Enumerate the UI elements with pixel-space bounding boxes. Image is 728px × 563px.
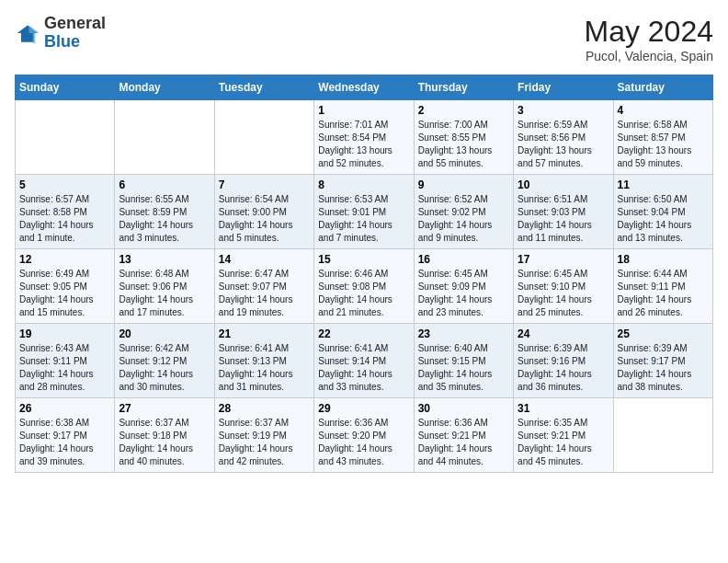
month-year-title: May 2024 xyxy=(584,15,713,49)
calendar-cell: 28Sunrise: 6:37 AMSunset: 9:19 PMDayligh… xyxy=(214,398,313,473)
week-row-5: 26Sunrise: 6:38 AMSunset: 9:17 PMDayligh… xyxy=(16,398,713,473)
day-info: Sunrise: 6:47 AMSunset: 9:07 PMDaylight:… xyxy=(219,268,310,319)
day-info: Sunrise: 6:39 AMSunset: 9:17 PMDaylight:… xyxy=(618,342,709,394)
day-number: 30 xyxy=(418,402,509,415)
day-info: Sunrise: 7:01 AMSunset: 8:54 PMDaylight:… xyxy=(318,119,409,170)
day-number: 22 xyxy=(318,327,409,340)
day-info: Sunrise: 6:55 AMSunset: 8:59 PMDaylight:… xyxy=(119,193,210,245)
day-info: Sunrise: 6:58 AMSunset: 8:57 PMDaylight:… xyxy=(618,119,709,170)
day-number: 7 xyxy=(219,178,310,191)
day-number: 13 xyxy=(119,253,210,266)
day-info: Sunrise: 6:36 AMSunset: 9:21 PMDaylight:… xyxy=(418,417,509,468)
calendar-cell: 10Sunrise: 6:51 AMSunset: 9:03 PMDayligh… xyxy=(514,175,613,249)
calendar-cell: 15Sunrise: 6:46 AMSunset: 9:08 PMDayligh… xyxy=(314,249,414,324)
page-header: General Blue May 2024 Pucol, Valencia, S… xyxy=(15,15,713,63)
week-row-4: 19Sunrise: 6:43 AMSunset: 9:11 PMDayligh… xyxy=(16,324,713,398)
weekday-header-thursday: Thursday xyxy=(414,75,513,100)
calendar-cell xyxy=(115,100,214,175)
weekday-header-wednesday: Wednesday xyxy=(314,75,414,100)
day-info: Sunrise: 6:39 AMSunset: 9:16 PMDaylight:… xyxy=(518,342,609,394)
day-number: 21 xyxy=(219,327,310,340)
day-info: Sunrise: 6:41 AMSunset: 9:14 PMDaylight:… xyxy=(318,342,409,394)
calendar-cell: 27Sunrise: 6:37 AMSunset: 9:18 PMDayligh… xyxy=(115,398,214,473)
day-number: 23 xyxy=(418,327,509,340)
day-info: Sunrise: 6:48 AMSunset: 9:06 PMDaylight:… xyxy=(119,268,210,319)
logo-blue-text: Blue xyxy=(44,32,80,51)
logo-general-text: General xyxy=(44,14,106,32)
day-info: Sunrise: 6:54 AMSunset: 9:00 PMDaylight:… xyxy=(219,193,310,245)
day-number: 8 xyxy=(318,178,409,191)
day-number: 11 xyxy=(618,178,709,191)
calendar-cell: 3Sunrise: 6:59 AMSunset: 8:56 PMDaylight… xyxy=(514,100,613,175)
day-number: 1 xyxy=(318,104,409,117)
day-info: Sunrise: 6:45 AMSunset: 9:09 PMDaylight:… xyxy=(418,268,509,319)
logo-icon xyxy=(15,20,40,46)
day-info: Sunrise: 7:00 AMSunset: 8:55 PMDaylight:… xyxy=(418,119,509,170)
day-number: 5 xyxy=(19,178,110,191)
calendar-cell xyxy=(613,398,712,473)
calendar-cell: 6Sunrise: 6:55 AMSunset: 8:59 PMDaylight… xyxy=(115,175,214,249)
weekday-header-tuesday: Tuesday xyxy=(214,75,313,100)
day-info: Sunrise: 6:35 AMSunset: 9:21 PMDaylight:… xyxy=(518,417,609,468)
day-number: 20 xyxy=(119,327,210,340)
day-number: 27 xyxy=(119,402,210,415)
day-number: 19 xyxy=(19,327,110,340)
calendar-table: SundayMondayTuesdayWednesdayThursdayFrid… xyxy=(15,75,713,473)
day-info: Sunrise: 6:36 AMSunset: 9:20 PMDaylight:… xyxy=(318,417,409,468)
day-info: Sunrise: 6:41 AMSunset: 9:13 PMDaylight:… xyxy=(219,342,310,394)
calendar-cell: 26Sunrise: 6:38 AMSunset: 9:17 PMDayligh… xyxy=(16,398,115,473)
calendar-cell: 20Sunrise: 6:42 AMSunset: 9:12 PMDayligh… xyxy=(115,324,214,398)
day-info: Sunrise: 6:46 AMSunset: 9:08 PMDaylight:… xyxy=(318,268,409,319)
day-info: Sunrise: 6:43 AMSunset: 9:11 PMDaylight:… xyxy=(19,342,110,394)
calendar-cell: 11Sunrise: 6:50 AMSunset: 9:04 PMDayligh… xyxy=(613,175,712,249)
day-number: 29 xyxy=(318,402,409,415)
calendar-cell: 13Sunrise: 6:48 AMSunset: 9:06 PMDayligh… xyxy=(115,249,214,324)
calendar-cell: 16Sunrise: 6:45 AMSunset: 9:09 PMDayligh… xyxy=(414,249,513,324)
week-row-1: 1Sunrise: 7:01 AMSunset: 8:54 PMDaylight… xyxy=(16,100,713,175)
day-number: 15 xyxy=(318,253,409,266)
day-info: Sunrise: 6:59 AMSunset: 8:56 PMDaylight:… xyxy=(518,119,609,170)
calendar-cell: 30Sunrise: 6:36 AMSunset: 9:21 PMDayligh… xyxy=(414,398,513,473)
location-subtitle: Pucol, Valencia, Spain xyxy=(584,49,713,63)
calendar-cell: 2Sunrise: 7:00 AMSunset: 8:55 PMDaylight… xyxy=(414,100,513,175)
calendar-cell: 7Sunrise: 6:54 AMSunset: 9:00 PMDaylight… xyxy=(214,175,313,249)
day-info: Sunrise: 6:38 AMSunset: 9:17 PMDaylight:… xyxy=(19,417,110,468)
calendar-cell: 25Sunrise: 6:39 AMSunset: 9:17 PMDayligh… xyxy=(613,324,712,398)
day-number: 12 xyxy=(19,253,110,266)
day-number: 6 xyxy=(119,178,210,191)
calendar-cell: 22Sunrise: 6:41 AMSunset: 9:14 PMDayligh… xyxy=(314,324,414,398)
day-info: Sunrise: 6:49 AMSunset: 9:05 PMDaylight:… xyxy=(19,268,110,319)
title-block: May 2024 Pucol, Valencia, Spain xyxy=(584,15,713,63)
calendar-cell xyxy=(16,100,115,175)
day-info: Sunrise: 6:51 AMSunset: 9:03 PMDaylight:… xyxy=(518,193,609,245)
calendar-cell: 24Sunrise: 6:39 AMSunset: 9:16 PMDayligh… xyxy=(514,324,613,398)
weekday-header-monday: Monday xyxy=(115,75,214,100)
day-number: 3 xyxy=(518,104,609,117)
calendar-cell: 29Sunrise: 6:36 AMSunset: 9:20 PMDayligh… xyxy=(314,398,414,473)
day-number: 16 xyxy=(418,253,509,266)
day-number: 4 xyxy=(618,104,709,117)
calendar-cell: 21Sunrise: 6:41 AMSunset: 9:13 PMDayligh… xyxy=(214,324,313,398)
day-info: Sunrise: 6:57 AMSunset: 8:58 PMDaylight:… xyxy=(19,193,110,245)
calendar-cell: 8Sunrise: 6:53 AMSunset: 9:01 PMDaylight… xyxy=(314,175,414,249)
day-info: Sunrise: 6:50 AMSunset: 9:04 PMDaylight:… xyxy=(618,193,709,245)
calendar-cell: 23Sunrise: 6:40 AMSunset: 9:15 PMDayligh… xyxy=(414,324,513,398)
calendar-cell: 14Sunrise: 6:47 AMSunset: 9:07 PMDayligh… xyxy=(214,249,313,324)
day-number: 10 xyxy=(518,178,609,191)
weekday-header-friday: Friday xyxy=(514,75,613,100)
day-info: Sunrise: 6:45 AMSunset: 9:10 PMDaylight:… xyxy=(518,268,609,319)
calendar-cell: 4Sunrise: 6:58 AMSunset: 8:57 PMDaylight… xyxy=(613,100,712,175)
week-row-2: 5Sunrise: 6:57 AMSunset: 8:58 PMDaylight… xyxy=(16,175,713,249)
day-info: Sunrise: 6:53 AMSunset: 9:01 PMDaylight:… xyxy=(318,193,409,245)
weekday-header-saturday: Saturday xyxy=(613,75,712,100)
day-number: 28 xyxy=(219,402,310,415)
day-number: 24 xyxy=(518,327,609,340)
day-number: 17 xyxy=(518,253,609,266)
weekday-header-sunday: Sunday xyxy=(16,75,115,100)
day-number: 18 xyxy=(618,253,709,266)
day-info: Sunrise: 6:40 AMSunset: 9:15 PMDaylight:… xyxy=(418,342,509,394)
calendar-cell: 17Sunrise: 6:45 AMSunset: 9:10 PMDayligh… xyxy=(514,249,613,324)
day-number: 31 xyxy=(518,402,609,415)
day-info: Sunrise: 6:44 AMSunset: 9:11 PMDaylight:… xyxy=(618,268,709,319)
logo: General Blue xyxy=(15,15,106,52)
